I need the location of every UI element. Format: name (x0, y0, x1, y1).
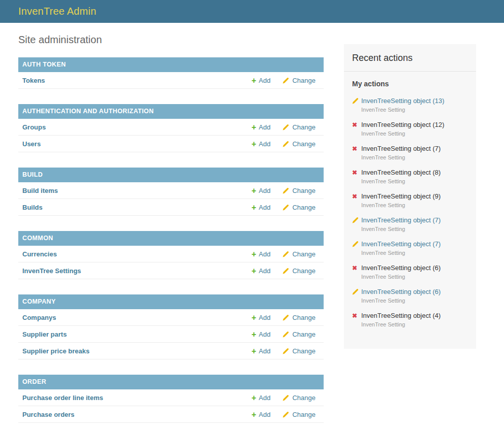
recent-action-label[interactable]: InvenTreeSetting object (7) (361, 240, 440, 248)
recent-action-type: InvenTree Setting (361, 107, 468, 113)
cross-icon: ✖ (352, 146, 361, 152)
recent-actions-title: Recent actions (344, 44, 476, 72)
my-actions-heading: My actions (352, 80, 468, 88)
recent-action-type: InvenTree Setting (361, 250, 468, 256)
change-label: Change (292, 267, 316, 275)
change-link[interactable]: Change (282, 250, 316, 258)
pencil-icon (282, 204, 289, 211)
add-link[interactable]: + Add (251, 331, 270, 338)
recent-action-type: InvenTree Setting (361, 130, 468, 137)
change-link[interactable]: Change (282, 331, 316, 338)
model-row: Companys + Add Change (18, 309, 324, 326)
model-link[interactable]: Builds (22, 204, 251, 211)
model-link[interactable]: Supplier price breaks (22, 347, 251, 355)
model-link[interactable]: Tokens (22, 77, 251, 84)
add-link[interactable]: + Add (251, 250, 270, 258)
model-row: Build items + Add Change (18, 182, 324, 199)
model-row: Currencies + Add Change (18, 246, 324, 262)
change-link[interactable]: Change (282, 267, 316, 275)
app-module: AUTH TOKEN Tokens + Add Change (18, 57, 324, 89)
add-link[interactable]: + Add (251, 314, 270, 321)
change-link[interactable]: Change (282, 314, 316, 321)
recent-action-label[interactable]: InvenTreeSetting object (13) (361, 97, 445, 105)
recent-action-type: InvenTree Setting (361, 202, 468, 208)
recent-actions-panel: Recent actions My actions InvenTreeSetti… (344, 44, 476, 349)
pencil-icon (282, 394, 289, 401)
model-link[interactable]: Users (22, 140, 251, 148)
pencil-icon (352, 97, 361, 104)
recent-action-item: InvenTreeSetting object (7) InvenTree Se… (352, 216, 468, 232)
change-link[interactable]: Change (282, 204, 316, 211)
plus-icon: + (251, 268, 256, 274)
recent-action-item: ✖ InvenTreeSetting object (4) InvenTree … (352, 312, 468, 327)
model-link[interactable]: Build items (22, 187, 251, 194)
plus-icon: + (251, 411, 256, 418)
pencil-icon (282, 141, 289, 147)
cross-icon: ✖ (352, 193, 361, 200)
change-link[interactable]: Change (282, 123, 316, 131)
change-link[interactable]: Change (282, 411, 316, 418)
change-link[interactable]: Change (282, 347, 316, 355)
plus-icon: + (251, 187, 256, 194)
plus-icon: + (251, 314, 256, 321)
model-link[interactable]: Purchase orders (22, 411, 251, 418)
add-link[interactable]: + Add (251, 77, 270, 84)
add-link[interactable]: + Add (251, 204, 270, 211)
recent-action-item: ✖ InvenTreeSetting object (7) InvenTree … (352, 145, 468, 160)
app-title-link[interactable]: InvenTree Admin (18, 6, 96, 17)
add-label: Add (259, 411, 270, 418)
change-label: Change (292, 77, 316, 84)
add-link[interactable]: + Add (251, 187, 270, 194)
add-link[interactable]: + Add (251, 411, 270, 418)
model-link[interactable]: Companys (22, 314, 251, 321)
add-label: Add (259, 123, 270, 131)
pencil-icon (352, 241, 361, 247)
recent-action-item: InvenTreeSetting object (13) InvenTree S… (352, 97, 468, 113)
change-link[interactable]: Change (282, 140, 316, 148)
add-link[interactable]: + Add (251, 140, 270, 148)
model-link[interactable]: Groups (22, 123, 251, 131)
plus-icon: + (251, 77, 256, 84)
pencil-icon (282, 314, 289, 321)
model-link[interactable]: Purchase order line items (22, 394, 251, 402)
pencil-icon (282, 187, 289, 194)
app-module: AUTHENTICATION AND AUTHORIZATION Groups … (18, 104, 324, 152)
change-link[interactable]: Change (282, 77, 316, 84)
recent-action-item: InvenTreeSetting object (7) InvenTree Se… (352, 240, 468, 256)
model-row: Users + Add Change (18, 136, 324, 152)
change-link[interactable]: Change (282, 187, 316, 194)
change-label: Change (292, 250, 316, 258)
pencil-icon (282, 331, 289, 338)
model-link[interactable]: Supplier parts (22, 331, 251, 338)
plus-icon: + (251, 394, 256, 401)
change-label: Change (292, 187, 316, 194)
recent-action-label[interactable]: InvenTreeSetting object (7) (361, 216, 440, 224)
recent-action-type: InvenTree Setting (361, 154, 468, 160)
pencil-icon (352, 288, 361, 295)
change-link[interactable]: Change (282, 394, 316, 402)
recent-action-type: InvenTree Setting (361, 321, 468, 327)
module-caption: AUTHENTICATION AND AUTHORIZATION (18, 104, 324, 119)
add-link[interactable]: + Add (251, 267, 270, 275)
add-link[interactable]: + Add (251, 123, 270, 131)
pencil-icon (282, 411, 289, 418)
pencil-icon (282, 124, 289, 130)
model-row: Purchase orders + Add Change (18, 406, 324, 423)
model-link[interactable]: InvenTree Settings (22, 267, 251, 275)
page-title: Site administration (18, 34, 324, 46)
model-row: Tokens + Add Change (18, 72, 324, 89)
add-link[interactable]: + Add (251, 347, 270, 355)
model-row: Supplier parts + Add Change (18, 326, 324, 343)
app-module: ORDER Purchase order line items + Add Ch… (18, 375, 324, 423)
recent-action-label[interactable]: InvenTreeSetting object (6) (361, 288, 440, 295)
add-label: Add (259, 77, 270, 84)
add-link[interactable]: + Add (251, 394, 270, 402)
plus-icon: + (251, 124, 256, 130)
add-label: Add (259, 267, 270, 275)
cross-icon: ✖ (352, 170, 361, 176)
recent-action-item: InvenTreeSetting object (6) InvenTree Se… (352, 288, 468, 304)
add-label: Add (259, 394, 270, 402)
app-module: BUILD Build items + Add Change Builds + … (18, 168, 324, 216)
model-link[interactable]: Currencies (22, 250, 251, 258)
app-module: COMPANY Companys + Add Change Supplier p… (18, 294, 324, 359)
